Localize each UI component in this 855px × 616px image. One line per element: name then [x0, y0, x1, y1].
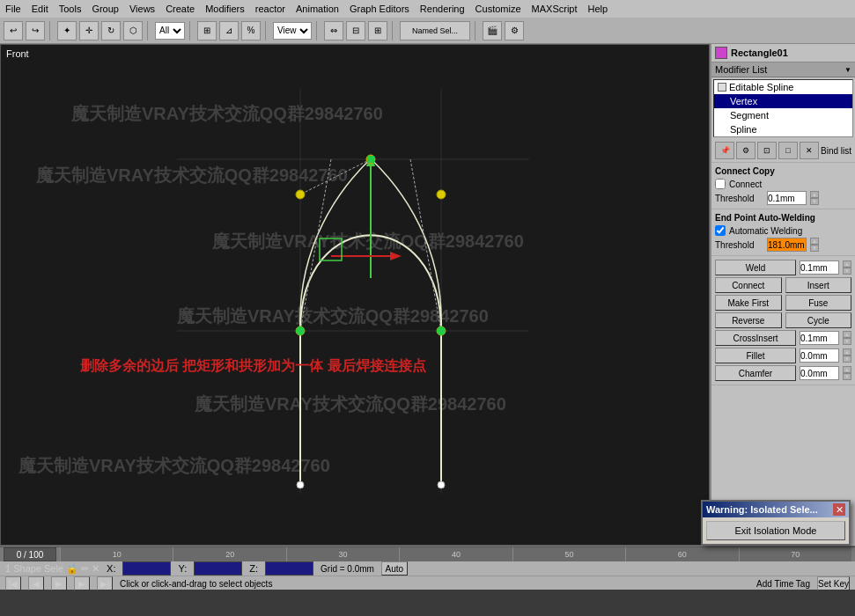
modifier-spline[interactable]: Spline [714, 122, 852, 136]
editable-spline-check[interactable] [718, 83, 726, 92]
close-icon-small[interactable]: ✕ [92, 563, 100, 575]
weld-input[interactable] [800, 260, 839, 275]
lock-icon[interactable]: 🔒 [66, 563, 78, 575]
autoweld-threshold-row: Threshold ▲ ▼ [715, 238, 851, 252]
weld-down-btn[interactable]: ▼ [843, 268, 851, 275]
menu-help[interactable]: Help [588, 4, 608, 14]
first-frame-btn[interactable]: |◀ [5, 576, 21, 590]
chamfer-input[interactable] [800, 366, 839, 380]
render-settings-btn[interactable]: ⚙ [505, 21, 524, 40]
autoweld-threshold-up-btn[interactable]: ▲ [810, 238, 819, 245]
show-end-icon[interactable]: □ [778, 142, 798, 159]
menu-views[interactable]: Views [129, 4, 155, 14]
prev-frame-btn[interactable]: ◀ [28, 576, 44, 590]
edit-icon[interactable]: ✏ [81, 563, 89, 575]
fuse-btn[interactable]: Fuse [785, 295, 852, 311]
array-btn[interactable]: ⊞ [368, 21, 387, 40]
move-btn[interactable]: ✛ [79, 21, 99, 40]
modifier-editable-spline[interactable]: Editable Spline [714, 80, 852, 94]
fillet-up-btn[interactable]: ▲ [843, 348, 851, 356]
delete-icon[interactable]: ✕ [800, 142, 819, 159]
reverse-btn[interactable]: Reverse [715, 312, 782, 328]
timeline-track[interactable]: 10 20 30 40 50 60 70 [60, 547, 851, 561]
play-btn[interactable]: ▶ [51, 576, 67, 590]
crossinsert-up-btn[interactable]: ▲ [843, 331, 851, 338]
angle-snap-btn[interactable]: ⊿ [219, 21, 239, 40]
weld-btn[interactable]: Weld [715, 260, 796, 275]
named-select[interactable]: Named Sel... [400, 21, 470, 40]
menu-modifiers[interactable]: Modifiers [205, 4, 245, 14]
menu-maxscript[interactable]: MAXScript [532, 4, 578, 14]
pin-icon[interactable]: 📌 [715, 142, 734, 159]
weld-row: Weld ▲ ▼ [715, 260, 851, 275]
menu-rendering[interactable]: Rendering [420, 4, 465, 14]
connect-checkbox[interactable] [715, 179, 726, 189]
modifier-list-dropdown-arrow[interactable]: ▼ [844, 66, 851, 74]
mirror-btn[interactable]: ⇔ [324, 21, 343, 40]
snap-btn[interactable]: ⊞ [197, 21, 217, 40]
z-input[interactable] [265, 561, 313, 576]
selection-filter[interactable]: All [155, 22, 185, 40]
insert-btn[interactable]: Insert [785, 277, 852, 293]
undo-btn[interactable]: ↩ [4, 21, 23, 40]
view-select[interactable]: View [273, 22, 312, 40]
autoweld-threshold-input[interactable] [767, 238, 807, 252]
connect-threshold-input[interactable] [767, 191, 807, 205]
render-btn[interactable]: 🎬 [483, 21, 502, 40]
menu-file[interactable]: File [5, 4, 21, 14]
menu-graph-editors[interactable]: Graph Editors [350, 4, 409, 14]
cycle-btn[interactable]: Cycle [785, 312, 852, 328]
fillet-input[interactable] [800, 348, 839, 363]
modifier-vertex[interactable]: Vertex [714, 94, 852, 108]
menu-edit[interactable]: Edit [32, 4, 48, 14]
x-input[interactable] [122, 561, 171, 576]
exit-isolation-btn[interactable]: Exit Isolation Mode [706, 521, 845, 540]
rotate-btn[interactable]: ↻ [101, 21, 121, 40]
menu-tools[interactable]: Tools [59, 4, 82, 14]
dialog-close-btn[interactable]: ✕ [833, 503, 845, 516]
wire-icon[interactable]: ⊡ [757, 142, 777, 159]
object-color-swatch[interactable] [715, 47, 727, 59]
svg-point-22 [437, 326, 446, 335]
autoweld-checkbox[interactable] [715, 225, 726, 236]
menu-customize[interactable]: Customize [475, 4, 521, 14]
menu-reactor[interactable]: reactor [255, 4, 285, 14]
y-input[interactable] [194, 561, 242, 576]
redo-btn[interactable]: ↪ [26, 21, 45, 40]
menu-animation[interactable]: Animation [296, 4, 339, 14]
threshold-up-btn[interactable]: ▲ [810, 191, 819, 198]
scale-btn[interactable]: ⬡ [123, 21, 143, 40]
last-frame-btn[interactable]: ▶| [97, 576, 113, 590]
select-btn[interactable]: ✦ [57, 21, 77, 40]
fillet-down-btn[interactable]: ▼ [843, 356, 851, 363]
modifier-list-header[interactable]: Modifier List ▼ [711, 62, 855, 77]
autoweld-threshold-down-btn[interactable]: ▼ [810, 245, 819, 252]
z-label: Z: [249, 563, 258, 574]
makefirst-fuse-row: Make First Fuse [715, 295, 851, 311]
crossinsert-btn[interactable]: CrossInsert [715, 330, 796, 346]
menu-create[interactable]: Create [166, 4, 195, 14]
makefirst-btn[interactable]: Make First [715, 295, 782, 311]
config-icon[interactable]: ⚙ [736, 142, 755, 159]
fillet-btn[interactable]: Fillet [715, 348, 796, 363]
threshold-down-btn[interactable]: ▼ [810, 198, 819, 205]
weld-up-btn[interactable]: ▲ [843, 260, 851, 268]
bind-list-btn[interactable]: Bind list [821, 146, 851, 156]
chamfer-up-btn[interactable]: ▲ [843, 366, 851, 373]
instruction-text: 删除多余的边后 把矩形和拱形加为一体 最后焊接连接点 [80, 357, 426, 376]
next-frame-btn[interactable]: ▶ [74, 576, 90, 590]
crossinsert-input[interactable] [800, 331, 839, 345]
auto-btn[interactable]: Auto [381, 561, 408, 576]
chamfer-btn[interactable]: Chamfer [715, 365, 796, 381]
crossinsert-down-btn[interactable]: ▼ [843, 338, 851, 345]
set-key-btn[interactable]: Set Key [817, 576, 850, 590]
chamfer-down-btn[interactable]: ▼ [843, 373, 851, 380]
spline-drawing [1, 45, 709, 545]
menu-group[interactable]: Group [92, 4, 119, 14]
weld-section: Weld ▲ ▼ Connect Insert Make First Fuse … [711, 256, 855, 385]
viewport[interactable]: Front 魔天制造VRAY技术交流QQ群29842760 魔天制造VRAY技术… [0, 44, 710, 546]
connect-btn[interactable]: Connect [715, 277, 782, 293]
modifier-segment[interactable]: Segment [714, 108, 852, 122]
align-btn[interactable]: ⊟ [346, 21, 365, 40]
percent-snap-btn[interactable]: % [241, 21, 261, 40]
